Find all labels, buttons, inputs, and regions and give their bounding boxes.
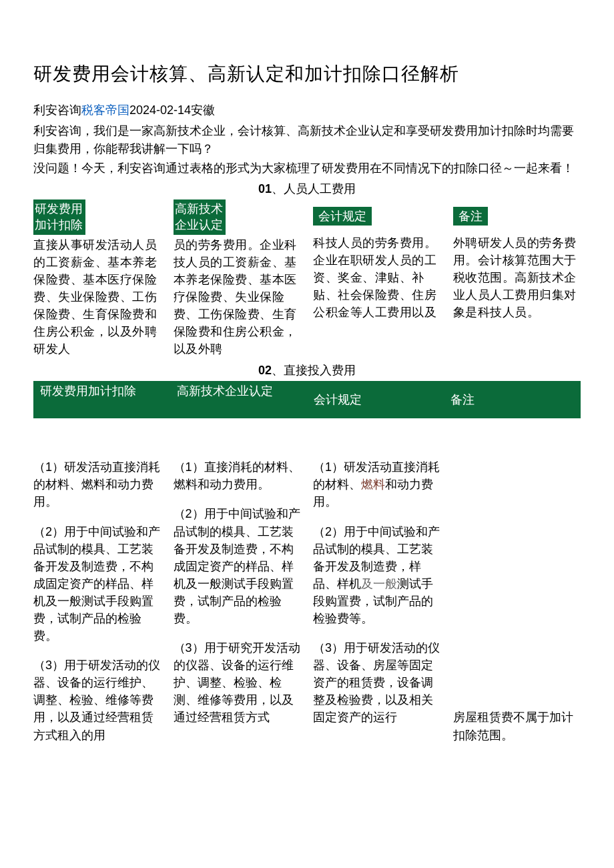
section-01-num: 01 (258, 182, 272, 195)
section-02-heading: 02、直接投入费用 (33, 362, 581, 380)
table-02-c2-p3: （3）用于研究开发活动的仪器、设备的运行维护、调整、检验、检测、维修等费用，以及… (174, 639, 302, 726)
table-02-c3-p1: （1）研发活动直接消耗的材料、燃料和动力费用。 (313, 458, 441, 510)
section-01-heading: 01、人员人工费用 (33, 180, 581, 198)
table-02-header-4: 备注 (444, 381, 581, 418)
table-02-header-row: 研发费用加计扣除 高新技术企业认定 会计规定 备注 (33, 381, 581, 418)
section-02-num: 02 (258, 364, 272, 377)
table-02-header-3: 会计规定 (307, 381, 444, 418)
table-02-header-1: 研发费用加计扣除 (33, 381, 170, 418)
table-02-col-2: （1）直接消耗的材料、燃料和动力费用。 （2）用于中间试验和产品试制的模具、工艺… (174, 458, 302, 755)
meta-link[interactable]: 税客帝国 (81, 103, 129, 117)
table-01-cell-1: 直接从事研发活动人员的工资薪金、基本养老保险费、基本医疗保险费、失业保险费、工伤… (33, 236, 162, 358)
table-02-body: （1）研发活动直接消耗的材料、燃料和动力费用。 （2）用于中间试验和产品试制的模… (33, 458, 581, 755)
table-01: 研发费用 加计扣除 直接从事研发活动人员的工资薪金、基本养老保险费、基本医疗保险… (33, 199, 581, 358)
table-01-header-1: 研发费用 加计扣除 (33, 199, 85, 235)
intro-p2: 没问题！今天，利安咨询通过表格的形式为大家梳理了研发费用在不同情况下的扣除口径～… (33, 159, 581, 177)
table-02-c1-p3: （3）用于研发活动的仪器、设备的运行维护、调整、检验、维修等费用，以及通过经营租… (33, 657, 162, 743)
page-title: 研发费用会计核算、高新认定和加计扣除口径解析 (33, 60, 581, 88)
table-01-col-4: 备注 外聘研发人员的劳务费用。会计核算范围大于税收范围。高新技术企业人员人工费用… (453, 199, 581, 358)
table-01-col-1: 研发费用 加计扣除 直接从事研发活动人员的工资薪金、基本养老保险费、基本医疗保险… (33, 199, 162, 358)
table-01-cell-2: 员的劳务费用。企业科技人员的工资薪金、基本养老保险费、基本医疗保险费、失业保险费… (174, 236, 302, 358)
table-02-header-2: 高新技术企业认定 (170, 381, 307, 418)
meta-date: 2024-02-14安徽 (129, 103, 215, 117)
table-02-c4: 房屋租赁费不属于加计扣除范围。 (453, 709, 581, 743)
table-02-c1-p2: （2）用于中间试验和产品试制的模具、工艺装备开发及制造费，不构成固定资产的样品、… (33, 523, 162, 645)
section-02-title: 、直接投入费用 (272, 364, 356, 377)
meta-line: 利安咨询税客帝国2024-02-14安徽 (33, 101, 581, 119)
table-02-col-1: （1）研发活动直接消耗的材料、燃料和动力费用。 （2）用于中间试验和产品试制的模… (33, 458, 162, 755)
meta-source: 利安咨询 (33, 103, 81, 117)
table-02-col-4: 房屋租赁费不属于加计扣除范围。 (453, 458, 581, 755)
table-02-col-3: （1）研发活动直接消耗的材料、燃料和动力费用。 （2）用于中间试验和产品试制的模… (313, 458, 441, 755)
table-02-c3-p2: （2）用于中间试验和产品试制的模具、工艺装备开发及制造费，样品、样机及一般测试手… (313, 523, 441, 628)
table-01-header-2: 高新技术 企业认定 (174, 199, 226, 235)
intro-block: 利安咨询，我们是一家高新技术企业，会计核算、高新技术企业认定和享受研发费用加计扣… (33, 122, 581, 177)
table-02-c2-p1: （1）直接消耗的材料、燃料和动力费用。 (174, 458, 302, 493)
table-02-c3-p3: （3）用于研发活动的仪器、设备、房屋等固定资产的租赁费，设备调整及检验费，以及相… (313, 639, 441, 726)
table-01-col-3: 会计规定 科技人员的劳务费用。企业在职研发人员的工资、奖金、津贴、补贴、社会保险… (313, 199, 441, 358)
section-01-title: 、人员人工费用 (272, 182, 356, 195)
table-01-col-2: 高新技术 企业认定 员的劳务费用。企业科技人员的工资薪金、基本养老保险费、基本医… (174, 199, 302, 358)
table-02-c2-p2: （2）用于中间试验和产品试制的模具、工艺装备开发及制造费，不构成固定资产的样品、… (174, 505, 302, 627)
table-01-cell-3: 科技人员的劳务费用。企业在职研发人员的工资、奖金、津贴、补贴、社会保险费、住房公… (313, 234, 441, 321)
table-01-header-4: 备注 (453, 207, 488, 226)
intro-p1: 利安咨询，我们是一家高新技术企业，会计核算、高新技术企业认定和享受研发费用加计扣… (33, 122, 581, 158)
table-01-header-3: 会计规定 (313, 207, 372, 226)
table-02-c1-p1: （1）研发活动直接消耗的材料、燃料和动力费用。 (33, 458, 162, 510)
table-01-cell-4: 外聘研发人员的劳务费用。会计核算范围大于税收范围。高新技术企业人员人工费用归集对… (453, 234, 581, 321)
